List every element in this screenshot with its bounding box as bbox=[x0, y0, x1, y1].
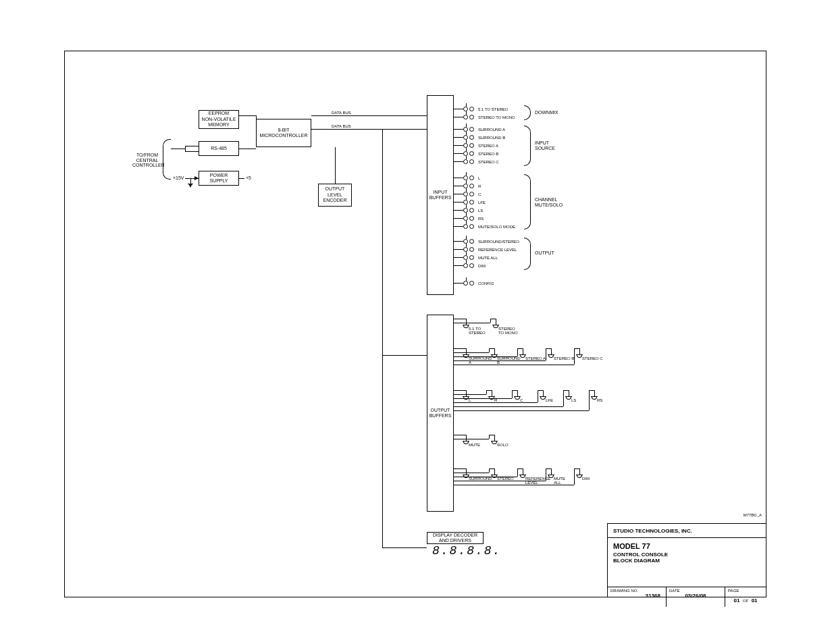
tb-page: 01 bbox=[733, 597, 739, 603]
tb-line3: BLOCK DIAGRAM bbox=[613, 558, 760, 564]
switch-pad[interactable] bbox=[469, 208, 474, 213]
switch-pad[interactable] bbox=[463, 135, 468, 140]
switch-pad[interactable] bbox=[469, 281, 474, 286]
sw-downmix-1: STEREO TO MONO bbox=[454, 115, 515, 119]
tb-model: MODEL 77 bbox=[613, 542, 760, 550]
led-icon bbox=[566, 396, 571, 400]
led-label: LFE bbox=[546, 398, 553, 402]
switch-label: CONFIG bbox=[478, 281, 494, 286]
sw-chan-4: LS bbox=[454, 208, 483, 213]
switch-pad[interactable] bbox=[463, 247, 468, 252]
switch-pad[interactable] bbox=[469, 107, 474, 111]
sw-output-1: REFERENCE LEVEL bbox=[454, 247, 517, 252]
switch-pad[interactable] bbox=[469, 115, 474, 119]
block-psu-label: POWERSUPPLY bbox=[209, 173, 228, 184]
label-downmix: DOWNMIX bbox=[535, 110, 558, 115]
block-encoder: OUTPUTLEVELENCODER bbox=[318, 184, 352, 207]
switch-label: REFERENCE LEVEL bbox=[478, 248, 517, 252]
switch-label: RS bbox=[478, 217, 484, 221]
led-label: 5.1 TOSTEREO bbox=[469, 327, 493, 335]
page: EEPROMNON-VOLATILEMEMORY RS-485 POWERSUP… bbox=[0, 0, 834, 644]
block-mcu: 8-BITMICROCONTROLLER bbox=[256, 119, 311, 147]
switch-pad[interactable] bbox=[469, 143, 474, 148]
brace-output bbox=[524, 238, 531, 270]
switch-pad[interactable] bbox=[463, 224, 468, 229]
switch-pad[interactable] bbox=[463, 263, 468, 268]
switch-pad[interactable] bbox=[463, 200, 468, 205]
led-icon bbox=[540, 396, 546, 400]
led-icon bbox=[493, 325, 498, 328]
switch-pad[interactable] bbox=[463, 216, 468, 221]
led-label: STEREO B bbox=[554, 356, 574, 360]
switch-pad[interactable] bbox=[469, 151, 474, 156]
brace-channel-mute-solo bbox=[524, 174, 531, 230]
label-data-bus-1: DATA BUS bbox=[332, 111, 351, 115]
switch-pad[interactable] bbox=[463, 176, 468, 180]
switch-pad[interactable] bbox=[469, 263, 474, 268]
label-plus-15v: +15V bbox=[173, 176, 184, 181]
switch-pad[interactable] bbox=[469, 159, 474, 164]
switch-pad[interactable] bbox=[469, 200, 474, 205]
switch-label: LFE bbox=[478, 200, 486, 205]
led-label: LS bbox=[571, 398, 576, 402]
block-input-buffers-label: INPUTBUFFERS bbox=[429, 190, 452, 201]
tb-date: 03/26/08 bbox=[669, 593, 722, 599]
block-eeprom-label: EEPROMNON-VOLATILEMEMORY bbox=[202, 111, 236, 128]
switch-pad[interactable] bbox=[463, 107, 468, 111]
switch-pad[interactable] bbox=[463, 127, 468, 132]
brace-downmix bbox=[524, 105, 531, 120]
label-plus-5: +5 bbox=[246, 176, 251, 181]
led-label: RS bbox=[597, 398, 602, 402]
switch-pad[interactable] bbox=[463, 184, 468, 188]
sw-chan-3: LFE bbox=[454, 200, 486, 205]
switch-pad[interactable] bbox=[463, 208, 468, 213]
block-mcu-label: 8-BITMICROCONTROLLER bbox=[259, 128, 307, 139]
switch-pad[interactable] bbox=[469, 216, 474, 221]
block-input-buffers: INPUTBUFFERS bbox=[427, 95, 454, 295]
brace-input-source bbox=[524, 126, 531, 166]
switch-pad[interactable] bbox=[463, 115, 468, 119]
switch-label: MUTE/SOLO MODE bbox=[478, 225, 515, 229]
switch-pad[interactable] bbox=[463, 151, 468, 156]
switch-pad[interactable] bbox=[469, 184, 474, 188]
led-icon bbox=[492, 441, 497, 444]
switch-pad[interactable] bbox=[463, 143, 468, 148]
block-output-buffers: OUTPUTBUFFERS bbox=[427, 315, 454, 512]
block-output-buffers-label: OUTPUTBUFFERS bbox=[429, 408, 452, 419]
led-label: SOLO bbox=[497, 443, 509, 447]
switch-pad[interactable] bbox=[469, 224, 474, 229]
sw-input-source-2: STEREO A bbox=[454, 143, 498, 148]
label-channel-mute-solo: CHANNELMUTE/SOLO bbox=[535, 197, 567, 207]
label-data-bus-2: DATA BUS bbox=[332, 124, 351, 129]
sw-chan-6: MUTE/SOLO MODE bbox=[454, 224, 515, 229]
switch-pad[interactable] bbox=[463, 281, 468, 286]
sw-input-source-0: SURROUND A bbox=[454, 127, 505, 132]
block-psu: POWERSUPPLY bbox=[199, 171, 239, 186]
switch-pad[interactable] bbox=[463, 192, 468, 196]
block-rs485-label: RS-485 bbox=[211, 146, 227, 151]
tb-company: STUDIO TECHNOLOGIES, INC. bbox=[613, 528, 692, 534]
sw-output-3: DIM bbox=[454, 263, 486, 268]
switch-pad[interactable] bbox=[469, 247, 474, 252]
switch-pad[interactable] bbox=[469, 176, 474, 180]
sw-chan-5: RS bbox=[454, 216, 484, 221]
label-output: OUTPUT bbox=[535, 250, 554, 256]
led-icon bbox=[577, 354, 582, 358]
switch-pad[interactable] bbox=[469, 255, 474, 260]
led-icon bbox=[548, 475, 554, 478]
switch-pad[interactable] bbox=[463, 159, 468, 164]
switch-pad[interactable] bbox=[469, 192, 474, 196]
sw-input-source-1: SURROUND B bbox=[454, 135, 505, 140]
block-rs485: RS-485 bbox=[199, 141, 239, 156]
switch-pad[interactable] bbox=[469, 127, 474, 132]
tb-pages: 01 bbox=[752, 597, 758, 603]
switch-pad[interactable] bbox=[463, 239, 468, 244]
switch-pad[interactable] bbox=[469, 239, 474, 244]
sw-downmix-0: 5.1 TO STEREO bbox=[454, 107, 508, 111]
switch-pad[interactable] bbox=[469, 135, 474, 140]
switch-pad[interactable] bbox=[463, 255, 468, 260]
sw-output-0: SURROUND/STEREO bbox=[454, 239, 519, 244]
switch-label: R bbox=[478, 184, 481, 188]
led-label: STEREO C bbox=[582, 356, 603, 360]
switch-label: SURROUND B bbox=[478, 136, 505, 140]
